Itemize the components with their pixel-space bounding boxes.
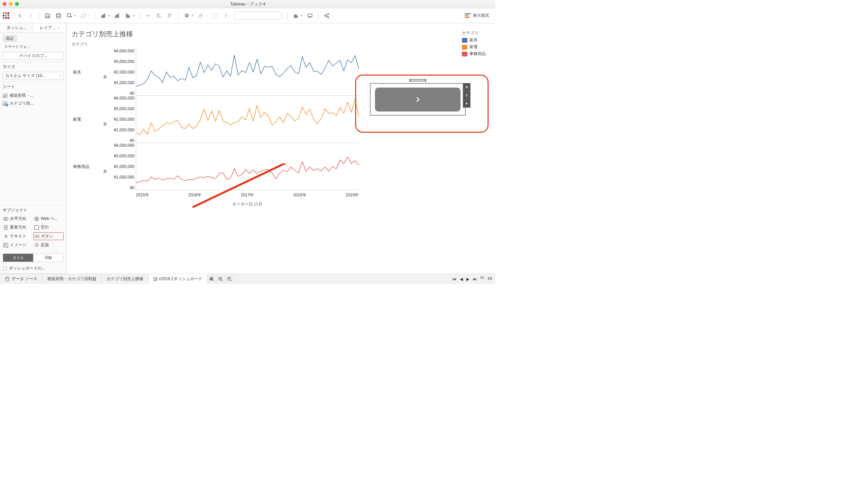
dashboard-button-container[interactable] (370, 83, 466, 116)
remove-object-button[interactable]: ✕ (463, 83, 470, 91)
object-text[interactable]: Aテキスト (3, 232, 33, 240)
sheet-item-prefecture[interactable]: 都道府県・... (3, 92, 64, 100)
show-filmstrip-button[interactable] (488, 276, 492, 282)
svg-rect-60 (480, 278, 481, 279)
object-image[interactable]: イメージ (3, 241, 33, 249)
legend-item-furniture[interactable]: 家具 (462, 37, 486, 43)
svg-rect-16 (168, 14, 172, 14)
svg-rect-33 (5, 102, 6, 105)
prev-tab-button[interactable]: ◀ (460, 277, 463, 282)
svg-point-12 (149, 15, 150, 16)
svg-rect-52 (212, 277, 212, 280)
sheet-tab-dashboard[interactable]: v2019.2ダッシュボード (148, 274, 207, 284)
svg-rect-3 (103, 15, 104, 17)
svg-rect-62 (483, 278, 484, 279)
first-tab-button[interactable]: ⏮ (452, 277, 456, 282)
object-extension[interactable]: 拡張 (34, 241, 64, 249)
svg-rect-32 (4, 103, 5, 105)
sort-desc-button[interactable] (124, 11, 133, 21)
object-webpage[interactable]: Web ペ... (34, 215, 64, 222)
svg-rect-10 (129, 16, 130, 17)
svg-rect-2 (102, 16, 102, 17)
presentation-button[interactable] (305, 11, 315, 21)
chevron-right-icon (414, 96, 422, 103)
close-window-button[interactable] (3, 2, 7, 6)
worksheet-icon (3, 102, 8, 106)
swap-button[interactable] (99, 11, 108, 21)
svg-rect-4 (104, 14, 105, 17)
new-worksheet-button[interactable] (65, 11, 74, 21)
text-tool-button[interactable]: T (210, 11, 220, 21)
svg-rect-5 (115, 16, 116, 17)
facet-label-office: 事務用品 (72, 143, 102, 190)
totals-button[interactable] (154, 11, 164, 21)
highlight-button[interactable] (182, 11, 192, 21)
dashboard-icon (153, 277, 157, 281)
svg-rect-7 (118, 14, 119, 17)
back-button[interactable] (15, 11, 25, 21)
new-dashboard-tab-button[interactable] (216, 274, 225, 284)
svg-rect-39 (35, 225, 39, 230)
float-toggle[interactable]: 浮動 (33, 254, 63, 262)
tile-toggle[interactable]: タイル (3, 254, 33, 262)
fit-button[interactable] (291, 11, 301, 21)
maximize-window-button[interactable] (15, 2, 19, 6)
legend-swatch (462, 45, 467, 50)
last-tab-button[interactable]: ⏭ (473, 277, 477, 282)
new-story-tab-button[interactable] (225, 274, 234, 284)
size-select[interactable]: カスタム サイズ (10...◇ (3, 72, 64, 79)
tab-layout[interactable]: レイア... ◇ (33, 23, 66, 32)
svg-point-11 (146, 15, 147, 16)
pin-button[interactable] (221, 11, 231, 21)
legend-item-appliance[interactable]: 家電 (462, 44, 486, 50)
svg-rect-28 (3, 96, 4, 97)
object-button[interactable]: ボタン (34, 232, 64, 240)
svg-rect-64 (490, 277, 492, 280)
object-vertical[interactable]: 垂直方向 (3, 224, 33, 231)
sheet-item-category[interactable]: カテゴリ別... (3, 100, 64, 107)
save-button[interactable] (43, 11, 52, 21)
showme-button[interactable]: 表示形式 (461, 13, 493, 18)
forward-button[interactable] (26, 11, 36, 21)
labels-button[interactable] (165, 11, 175, 21)
new-worksheet-tab-button[interactable] (207, 274, 216, 284)
sheet-tab-category[interactable]: カテゴリ別売上推移 (102, 274, 148, 284)
preset-pill[interactable]: 既定 (3, 35, 17, 42)
dashboard-title-checkbox[interactable]: ダッシュボードの... (3, 265, 64, 271)
next-tab-button[interactable]: ▶ (466, 277, 469, 282)
window-title: Tableau - ブック4 (230, 1, 265, 7)
new-datasource-button[interactable] (54, 11, 63, 21)
legend-swatch (462, 38, 467, 43)
group-button[interactable] (143, 11, 153, 21)
svg-rect-38 (4, 228, 7, 230)
toolbar-search-input[interactable] (234, 12, 282, 20)
datasource-tab[interactable]: データ ソース (0, 274, 42, 284)
smartphone-label: スマートフォ... (3, 43, 64, 50)
minimize-window-button[interactable] (9, 2, 13, 6)
globe-icon (34, 217, 39, 221)
attach-button[interactable] (196, 11, 206, 21)
device-preview-button[interactable]: デバイスのプ... (3, 52, 64, 60)
floating-button-highlight: ✕ ▼ (355, 75, 489, 133)
tab-nav-controls: ⏮ ◀ ▶ ⏭ (449, 274, 495, 284)
navigation-button[interactable] (375, 88, 461, 112)
svg-rect-48 (156, 279, 157, 281)
refresh-button[interactable] (79, 11, 88, 21)
sheet-tab-prefecture[interactable]: 都道府県・カテゴリ別利益 (42, 274, 102, 284)
show-tabs-button[interactable] (480, 276, 484, 282)
object-blank[interactable]: 空白 (34, 224, 64, 231)
svg-rect-37 (4, 225, 7, 227)
sheets-section-title: シート (3, 84, 64, 90)
x-axis-ticks: 2015年2016年2017年2018年2019年 (136, 192, 359, 198)
sort-asc-button[interactable] (113, 11, 122, 21)
svg-rect-54 (220, 277, 222, 278)
drag-handle-icon[interactable] (409, 79, 426, 82)
legend-item-office[interactable]: 事務用品 (462, 51, 486, 57)
object-horizontal[interactable]: 水平方向 (3, 215, 33, 222)
object-menu-button[interactable]: ▼ (463, 100, 470, 108)
svg-rect-15 (157, 16, 161, 17)
pin-object-button[interactable] (463, 91, 470, 100)
tab-dashboard[interactable]: ダッシュ... (0, 23, 33, 32)
share-button[interactable] (322, 11, 332, 21)
window-titlebar: Tableau - ブック4 (0, 0, 495, 8)
